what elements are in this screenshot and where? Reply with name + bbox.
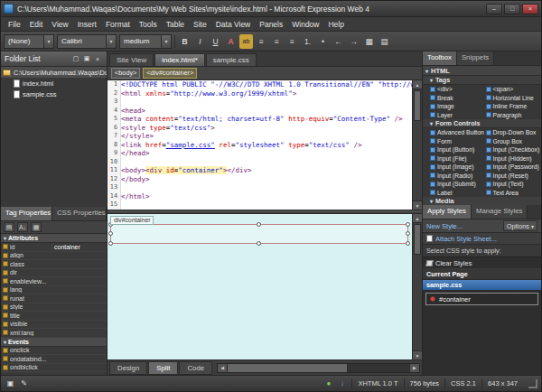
tab-tag-properties[interactable]: Tag Properties: [1, 207, 52, 220]
resize-handle[interactable]: [406, 222, 410, 227]
horizontal-scrollbar[interactable]: ◀ ▶: [217, 363, 420, 373]
align-right-icon[interactable]: ≡: [285, 34, 299, 49]
options-button[interactable]: Options ▾: [503, 220, 537, 231]
toolbox-item-input-radio[interactable]: Input (Radio): [430, 172, 486, 181]
property-visible[interactable]: visible: [1, 321, 107, 330]
file-index-html[interactable]: index.html: [1, 78, 107, 89]
attach-stylesheet-link[interactable]: Attach Style Sheet...: [435, 235, 497, 243]
scrollbar-thumb[interactable]: [414, 90, 421, 121]
property-dir[interactable]: dir: [1, 269, 107, 278]
code-view[interactable]: 1<!DOCTYPE html PUBLIC "-//W3C//DTD XHTM…: [107, 80, 422, 210]
code-vertical-scrollbar[interactable]: ▲ ▼: [412, 80, 422, 210]
toolbox-item-paragraph[interactable]: Paragraph: [486, 111, 542, 120]
toolbox-item-group-box[interactable]: Group Box: [486, 137, 542, 146]
toolbox-item-input-file[interactable]: Input (File): [430, 154, 486, 163]
clear-styles-item[interactable]: Clear Styles: [423, 257, 541, 269]
tab-toolbox[interactable]: Toolbox: [423, 51, 457, 65]
scroll-left-icon[interactable]: ◀: [218, 364, 227, 372]
site-root-folder[interactable]: C:\Users\Muhammad.Waqas\Documents\M: [1, 67, 107, 78]
section-attributes[interactable]: ▾Attributes: [1, 234, 107, 243]
resize-handle[interactable]: [257, 222, 261, 227]
borders-icon[interactable]: ▦: [362, 34, 376, 49]
design-vertical-scrollbar[interactable]: ▲ ▼: [412, 214, 422, 359]
property-onclick[interactable]: onclick: [1, 347, 107, 356]
section-events[interactable]: ▾Events: [1, 338, 107, 347]
toolbox-item-layer[interactable]: Layer: [430, 111, 486, 120]
tab-index-html[interactable]: index.html*: [154, 53, 205, 66]
toolbox-item-input-password[interactable]: Input (Password): [486, 163, 542, 172]
scrollbar-thumb[interactable]: [414, 224, 421, 255]
compatibility-icon[interactable]: ●: [322, 378, 334, 389]
highlight-icon[interactable]: ab: [239, 34, 253, 49]
maximize-button[interactable]: □: [504, 4, 520, 14]
property-ondblclick[interactable]: ondblclick: [1, 364, 107, 373]
property-runat[interactable]: runat: [1, 294, 107, 303]
menu-site[interactable]: Site: [189, 19, 211, 30]
toolbox-item-label[interactable]: Label: [430, 189, 486, 198]
scroll-down-icon[interactable]: ▼: [413, 201, 422, 210]
menu-insert[interactable]: Insert: [73, 19, 101, 30]
tab-sample-css[interactable]: sample.css: [206, 53, 257, 66]
code-editor[interactable]: 1<!DOCTYPE html PUBLIC "-//W3C//DTD XHTM…: [107, 80, 412, 210]
font-dropdown[interactable]: Calibri ▾: [57, 34, 117, 49]
scrollbar-thumb[interactable]: [227, 364, 348, 372]
tab-manage-styles[interactable]: Manage Styles: [472, 205, 528, 219]
set-properties-icon[interactable]: ▦: [31, 222, 42, 232]
menu-file[interactable]: File: [4, 19, 25, 30]
menu-table[interactable]: Table: [162, 19, 189, 30]
categorized-icon[interactable]: ▤: [4, 222, 14, 232]
menu-panels[interactable]: Panels: [255, 19, 287, 30]
menu-window[interactable]: Window: [287, 19, 323, 30]
minimize-button[interactable]: –: [486, 4, 502, 14]
tab-apply-styles[interactable]: Apply Styles: [423, 205, 472, 219]
toolbox-item-span[interactable]: <span>: [486, 85, 542, 94]
align-center-icon[interactable]: ≡: [270, 34, 284, 49]
bold-icon[interactable]: B: [178, 34, 192, 49]
toolbox-item-input-hidden[interactable]: Input (Hidden): [486, 154, 542, 163]
bullet-list-icon[interactable]: •: [316, 34, 330, 49]
close-icon[interactable]: ×: [92, 53, 103, 64]
menu-data-view[interactable]: Data View: [211, 19, 256, 30]
resize-grip[interactable]: [528, 379, 537, 388]
alphabetical-icon[interactable]: A↓: [17, 222, 28, 232]
toolbox-item-div[interactable]: <div>: [430, 85, 486, 94]
table-icon[interactable]: ▤: [378, 34, 391, 49]
toolbox-item-input-submit[interactable]: Input (Submit): [430, 180, 486, 189]
menu-edit[interactable]: Edit: [25, 19, 48, 30]
toolbox-item-advanced-button[interactable]: Advanced Button: [430, 128, 486, 137]
breadcrumb-chip-div-container[interactable]: <div#container>: [143, 68, 197, 79]
toolbox-item-horizontal-line[interactable]: Horizontal Line: [486, 94, 542, 103]
underline-icon[interactable]: U: [209, 34, 222, 49]
toolbox-item-input-button[interactable]: Input (Button): [430, 145, 486, 154]
view-tab-split[interactable]: Split: [148, 361, 178, 375]
resize-handle[interactable]: [406, 241, 410, 246]
resize-handle[interactable]: [108, 231, 113, 236]
property-class[interactable]: class: [1, 260, 107, 269]
toolbox-item-form[interactable]: Form: [430, 137, 486, 146]
view-tab-code[interactable]: Code: [179, 361, 212, 375]
tab-snippets[interactable]: Snippets: [457, 51, 494, 65]
style-group-sample-css[interactable]: sample.css: [423, 280, 541, 291]
menu-tools[interactable]: Tools: [135, 19, 162, 30]
toolbox-item-text-area[interactable]: Text Area: [486, 189, 542, 198]
resize-handle[interactable]: [406, 231, 410, 236]
style-container[interactable]: #container: [425, 293, 538, 305]
toolbox-item-break[interactable]: Break: [430, 94, 486, 103]
scroll-up-icon[interactable]: ▲: [413, 214, 422, 223]
visual-aids-icon[interactable]: ▣: [5, 378, 16, 389]
toolbox-item-image[interactable]: Image: [430, 102, 486, 111]
download-icon[interactable]: ↓: [336, 378, 348, 389]
numbered-list-icon[interactable]: 1.: [301, 34, 314, 49]
property-title[interactable]: title: [1, 312, 107, 321]
resize-handle[interactable]: [257, 241, 261, 246]
file-sample-css[interactable]: sample.css: [1, 89, 107, 99]
outdent-icon[interactable]: ←: [332, 34, 345, 49]
property-enableview[interactable]: enableview...: [1, 277, 107, 286]
design-view[interactable]: div#container ▲ ▼: [107, 214, 422, 359]
toolbox-item-input-checkbox[interactable]: Input (Checkbox): [486, 145, 542, 154]
style-dropdown[interactable]: (None) ▾: [4, 34, 54, 49]
property-xml-lang[interactable]: xml:lang: [1, 329, 107, 338]
resize-handle[interactable]: [108, 241, 113, 246]
toolbox-item-inline-frame[interactable]: Inline Frame: [486, 102, 542, 111]
property-align[interactable]: align: [1, 252, 107, 261]
